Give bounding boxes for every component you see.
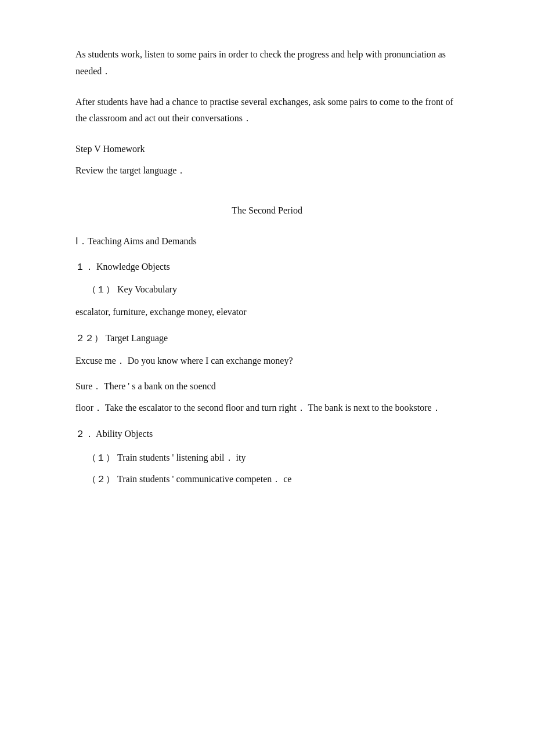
key-vocab-label: （１） Key Vocabulary [75, 281, 459, 298]
paragraph-1: As students work, listen to some pairs i… [75, 46, 459, 80]
dialogue-line2: Sure． There ' s a bank on the soencd [75, 378, 459, 395]
page-content: As students work, listen to some pairs i… [75, 46, 459, 487]
dialogue-line1: Excuse me． Do you know where I can excha… [75, 353, 459, 370]
section-title: The Second Period [75, 202, 459, 219]
ability-item-2: （２） Train students ' communicative compe… [75, 471, 459, 488]
para2-text: After students have had a chance to prac… [75, 97, 453, 124]
ability-item-1: （１） Train students ' listening abil． ity [75, 450, 459, 466]
knowledge-objects-label: １． Knowledge Objects [75, 259, 459, 276]
step5-content: Review the target language． [75, 162, 459, 179]
teaching-aims-label: Ⅰ．Teaching Aims and Demands [75, 233, 459, 250]
target-lang-label: ２２） Target Language [75, 330, 459, 347]
dialogue-line3: floor． Take the escalator to the second … [75, 400, 459, 417]
step5-label: Step V Homework [75, 141, 459, 158]
dialogue-block: Excuse me． Do you know where I can excha… [75, 353, 459, 417]
para1-text: As students work, listen to some pairs i… [75, 49, 446, 76]
paragraph-2: After students have had a chance to prac… [75, 94, 459, 128]
ability-objects-label: ２． Ability Objects [75, 426, 459, 443]
key-vocab-content: escalator, furniture, exchange money, el… [75, 304, 459, 321]
